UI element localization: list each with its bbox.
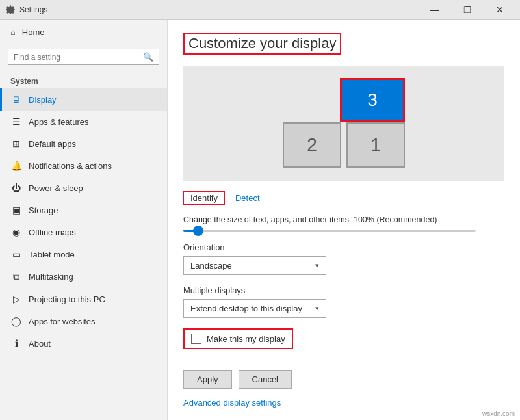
sidebar-item-multitasking[interactable]: ⧉ Multitasking: [0, 265, 167, 288]
monitor-3-label: 3: [367, 90, 378, 111]
sidebar-item-apps-websites[interactable]: ◯ Apps for websites: [0, 310, 167, 332]
scale-description: Change the size of text, apps, and other…: [183, 215, 504, 224]
sidebar-item-power-sleep-label: Power & sleep: [29, 183, 83, 193]
make-main-display-row: Make this my display: [183, 328, 293, 349]
make-main-display-checkbox[interactable]: [191, 334, 202, 344]
multiple-displays-section: Multiple displays Extend desktop to this…: [183, 285, 504, 318]
about-icon: ℹ: [10, 338, 22, 348]
sidebar-item-display-label: Display: [29, 95, 57, 105]
sidebar-item-notifications-label: Notifications & actions: [29, 161, 112, 171]
sidebar-item-offline-maps[interactable]: ◉ Offline maps: [0, 221, 167, 243]
apps-features-icon: ☰: [10, 116, 22, 127]
orientation-select[interactable]: Landscape ▾: [183, 256, 326, 275]
app-body: ⌂ Home 🔍 System 🖥 Display ☰ Apps & featu…: [0, 20, 520, 420]
power-sleep-icon: ⏻: [10, 183, 22, 193]
sidebar-item-home[interactable]: ⌂ Home: [0, 20, 167, 45]
tablet-mode-icon: ▭: [10, 249, 22, 259]
page-title: Customize your display: [188, 35, 336, 51]
sidebar-home-label: Home: [22, 27, 45, 37]
sidebar-item-projecting-label: Projecting to this PC: [29, 295, 105, 304]
sidebar-item-apps-websites-label: Apps for websites: [29, 317, 96, 326]
slider-thumb[interactable]: [193, 226, 203, 236]
sidebar-item-power-sleep[interactable]: ⏻ Power & sleep: [0, 177, 167, 199]
watermark: wsxdn.com: [482, 410, 515, 417]
title-bar: Settings — ❐ ✕: [0, 0, 520, 20]
display-icon: 🖥: [10, 94, 22, 105]
home-icon: ⌂: [10, 27, 16, 37]
sidebar-item-default-apps[interactable]: ⊞ Default apps: [0, 133, 167, 155]
monitor-2-label: 2: [307, 135, 317, 155]
projecting-icon: ▷: [10, 294, 22, 304]
sidebar-item-default-apps-label: Default apps: [29, 139, 76, 149]
sidebar-system-label: System: [0, 72, 167, 88]
sidebar-item-about-label: About: [29, 339, 51, 348]
title-bar-controls: — ❐ ✕: [420, 0, 515, 20]
search-icon: 🔍: [143, 52, 153, 62]
actions-row: Identify Detect: [183, 191, 504, 205]
title-bar-title: Settings: [20, 5, 47, 14]
multiple-displays-value: Extend desktop to this display: [190, 304, 302, 313]
sidebar-item-storage[interactable]: ▣ Storage: [0, 199, 167, 221]
monitor-3[interactable]: 3: [340, 78, 405, 122]
apps-websites-icon: ◯: [10, 316, 22, 326]
monitors-wrapper: 2 3 1: [283, 78, 405, 168]
storage-icon: ▣: [10, 205, 22, 215]
orientation-section: Orientation Landscape ▾: [183, 243, 504, 275]
slider-container: Change the size of text, apps, and other…: [183, 215, 504, 232]
sidebar-item-projecting[interactable]: ▷ Projecting to this PC: [0, 288, 167, 310]
sidebar-item-storage-label: Storage: [29, 205, 58, 215]
page-title-box: Customize your display: [183, 33, 341, 55]
slider-track[interactable]: [183, 230, 476, 232]
monitor-1[interactable]: 1: [346, 122, 405, 168]
maximize-button[interactable]: ❐: [452, 0, 482, 20]
sidebar-item-notifications[interactable]: 🔔 Notifications & actions: [0, 155, 167, 177]
search-box[interactable]: 🔍: [8, 49, 159, 65]
apply-button[interactable]: Apply: [183, 370, 232, 389]
advanced-display-settings-link[interactable]: Advanced display settings: [183, 398, 281, 408]
multiple-displays-select[interactable]: Extend desktop to this display ▾: [183, 299, 326, 318]
multiple-displays-label: Multiple displays: [183, 285, 504, 295]
sidebar-item-about[interactable]: ℹ About: [0, 332, 167, 354]
sidebar-item-display[interactable]: 🖥 Display: [0, 88, 167, 111]
sidebar-item-multitasking-label: Multitasking: [29, 272, 73, 282]
make-main-display-section: Make this my display: [183, 328, 504, 360]
title-bar-left: Settings: [5, 5, 47, 15]
multiple-displays-chevron-icon: ▾: [315, 304, 319, 313]
main-content: Customize your display 2 3 1: [168, 20, 520, 420]
display-area: 2 3 1: [183, 66, 504, 181]
orientation-value: Landscape: [190, 261, 232, 270]
offline-maps-icon: ◉: [10, 227, 22, 237]
default-apps-icon: ⊞: [10, 138, 22, 149]
sidebar-item-apps-features-label: Apps & features: [29, 117, 89, 127]
settings-icon: [5, 5, 16, 15]
search-input[interactable]: [14, 53, 143, 62]
monitor-2[interactable]: 2: [283, 122, 341, 168]
notifications-icon: 🔔: [10, 161, 22, 171]
detect-link[interactable]: Detect: [235, 193, 260, 203]
cancel-button[interactable]: Cancel: [239, 370, 292, 389]
buttons-row: Apply Cancel: [183, 370, 504, 389]
orientation-chevron-icon: ▾: [315, 261, 319, 270]
identify-button[interactable]: Identify: [183, 191, 225, 205]
multitasking-icon: ⧉: [10, 271, 22, 282]
sidebar: ⌂ Home 🔍 System 🖥 Display ☰ Apps & featu…: [0, 20, 168, 420]
orientation-label: Orientation: [183, 243, 504, 252]
sidebar-item-tablet-mode-label: Tablet mode: [29, 250, 75, 259]
monitor-1-label: 1: [370, 135, 381, 155]
minimize-button[interactable]: —: [420, 0, 450, 20]
sidebar-item-apps-features[interactable]: ☰ Apps & features: [0, 111, 167, 133]
sidebar-item-offline-maps-label: Offline maps: [29, 228, 76, 237]
sidebar-item-tablet-mode[interactable]: ▭ Tablet mode: [0, 243, 167, 265]
make-main-display-label: Make this my display: [207, 334, 285, 344]
close-button[interactable]: ✕: [485, 0, 515, 20]
